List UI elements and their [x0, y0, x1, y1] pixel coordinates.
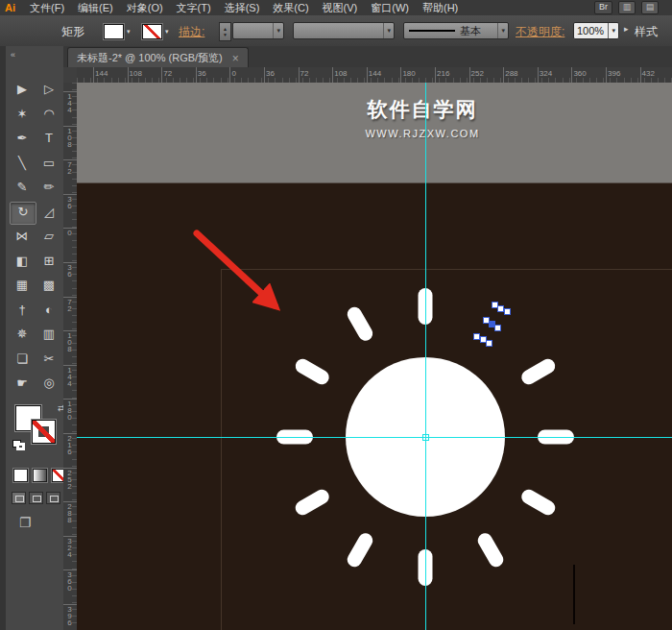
ruler-tick: [229, 67, 230, 83]
rectangle-tool[interactable]: ▭: [36, 153, 61, 174]
direct-selection-tool[interactable]: ▷: [36, 79, 61, 100]
stroke-color-swatch[interactable]: ▾: [142, 24, 169, 39]
anchor-point[interactable]: [504, 308, 511, 315]
ruler-tick: [606, 67, 607, 83]
type-tool[interactable]: T: [36, 128, 61, 149]
opacity-combo[interactable]: 100% ▾: [573, 22, 619, 39]
expand-arrow-icon[interactable]: ▸: [624, 24, 629, 34]
blend-tool[interactable]: ◐: [36, 300, 61, 321]
tool-name-label: 矩形: [61, 24, 84, 40]
document-title: 未标题-2* @ 100% (RGB/预览): [77, 51, 223, 65]
magic-wand-tool[interactable]: ✶: [10, 104, 35, 125]
selection-anchors: [77, 83, 672, 630]
mesh-tool[interactable]: ▦: [10, 275, 35, 296]
anchor-point[interactable]: [489, 321, 495, 327]
scale-tool[interactable]: ◿: [36, 202, 61, 223]
brush-stroke-preview: [409, 30, 455, 32]
menu-item-1[interactable]: 编辑(E): [71, 1, 120, 15]
selection-tool[interactable]: ▶: [10, 79, 35, 100]
eyedropper-tool[interactable]: †: [10, 300, 35, 321]
menu-item-3[interactable]: 文字(T): [170, 1, 218, 15]
chevron-down-icon: ▾: [273, 23, 280, 38]
menu-item-5[interactable]: 效果(C): [266, 1, 315, 15]
ruler-label: 72: [163, 69, 172, 78]
anchor-point[interactable]: [486, 340, 492, 347]
symbol-sprayer-tool[interactable]: ✵: [10, 324, 35, 345]
ruler-label: 7 2: [63, 161, 76, 175]
ruler-label: 1 0 8: [63, 128, 76, 148]
default-fill-stroke-icon[interactable]: [12, 440, 24, 449]
perspective-grid-tool[interactable]: ⊞: [36, 251, 61, 272]
chevron-down-icon: ▾: [497, 23, 505, 38]
pen-tool[interactable]: ✒: [10, 128, 35, 149]
stock-icon[interactable]: ▥: [618, 1, 636, 14]
menu-item-0[interactable]: 文件(F): [23, 1, 71, 15]
document-tab[interactable]: 未标题-2* @ 100% (RGB/预览) ×: [67, 47, 249, 68]
pencil-tool[interactable]: ✏: [36, 177, 61, 198]
free-transform-tool[interactable]: ▱: [36, 226, 61, 247]
bridge-button[interactable]: Br: [594, 1, 612, 14]
ruler-label: 108: [130, 69, 142, 78]
stroke-indicator[interactable]: [32, 420, 56, 444]
width-profile-combo[interactable]: ▾: [293, 22, 395, 39]
ruler-tick: [538, 67, 539, 83]
draw-mode-buttons: [12, 492, 60, 504]
vertical-ruler[interactable]: 1 4 41 0 87 23 603 67 21 0 81 4 41 8 02 …: [63, 83, 78, 630]
lasso-tool[interactable]: ◠: [36, 104, 61, 125]
column-graph-tool[interactable]: ▥: [36, 324, 61, 345]
stroke-none-preview: [142, 24, 162, 39]
paintbrush-tool[interactable]: ✎: [10, 177, 35, 198]
draw-inside-button[interactable]: [46, 492, 60, 504]
ruler-label: 2 8 8: [63, 503, 76, 523]
ruler-tick: [299, 67, 300, 83]
close-icon[interactable]: ×: [232, 52, 239, 65]
shape-builder-tool[interactable]: ◧: [10, 251, 35, 272]
menu-item-4[interactable]: 选择(S): [218, 1, 267, 15]
layout-icon[interactable]: ▤: [641, 1, 659, 14]
brush-definition-combo[interactable]: 基本 ▾: [403, 22, 509, 39]
draw-behind-button[interactable]: [29, 492, 43, 504]
stroke-weight-combo[interactable]: ▾: [232, 22, 284, 39]
canvas[interactable]: 软件自学网 WWW.RJZXW.COM: [77, 83, 672, 630]
ruler-origin-corner[interactable]: [63, 67, 78, 84]
line-segment-tool[interactable]: ╲: [10, 153, 35, 174]
slice-tool[interactable]: ✂: [36, 349, 61, 370]
gradient-button[interactable]: [33, 469, 47, 482]
ruler-label: 0: [63, 230, 76, 236]
ruler-label: 1 8 0: [63, 400, 76, 421]
anchor-point[interactable]: [480, 336, 487, 343]
ruler-label: 72: [300, 69, 309, 78]
ruler-label: 432: [642, 69, 655, 78]
chevron-down-icon: ▾: [608, 23, 615, 38]
menu-item-6[interactable]: 视图(V): [316, 1, 365, 15]
ruler-label: 216: [437, 69, 449, 78]
ruler-label: 1 4 4: [63, 367, 76, 387]
ruler-label: 36: [198, 69, 206, 78]
anchor-point[interactable]: [497, 305, 504, 312]
ruler-tick: [640, 67, 641, 83]
menu-item-8[interactable]: 帮助(H): [416, 1, 465, 15]
control-bar: 矩形 ▾ ▾ 描边: ▲▼ ▾ ▾ 基本 ▾ 不透明度: 100% ▾ ▸ 样式: [0, 15, 672, 47]
zoom-tool[interactable]: ◎: [36, 373, 61, 394]
draw-normal-button[interactable]: [12, 492, 26, 504]
stroke-weight-stepper[interactable]: ▲▼: [219, 22, 231, 41]
anchor-point[interactable]: [494, 325, 501, 331]
screen-mode-icon[interactable]: ❐: [19, 515, 32, 530]
ruler-label: 2 1 6: [63, 435, 76, 455]
anchor-point[interactable]: [473, 333, 480, 340]
hand-tool[interactable]: ☛: [10, 373, 35, 394]
artboard-tool[interactable]: ❏: [10, 349, 35, 370]
width-tool[interactable]: ⋈: [10, 226, 35, 247]
ruler-label: 396: [608, 69, 620, 78]
color-button[interactable]: [13, 469, 28, 482]
menu-item-7[interactable]: 窗口(W): [364, 1, 416, 15]
style-label: 样式: [635, 24, 658, 40]
stroke-weight-label[interactable]: 描边:: [179, 24, 204, 40]
horizontal-ruler[interactable]: 1441087236036721081441802162522883243603…: [77, 67, 672, 84]
rotate-tool[interactable]: ↻: [10, 202, 36, 225]
opacity-label[interactable]: 不透明度:: [516, 24, 564, 40]
ruler-tick: [161, 67, 162, 83]
menu-item-2[interactable]: 对象(O): [120, 1, 170, 15]
fill-color-swatch[interactable]: ▾: [104, 24, 131, 39]
gradient-tool[interactable]: ▩: [36, 275, 61, 296]
